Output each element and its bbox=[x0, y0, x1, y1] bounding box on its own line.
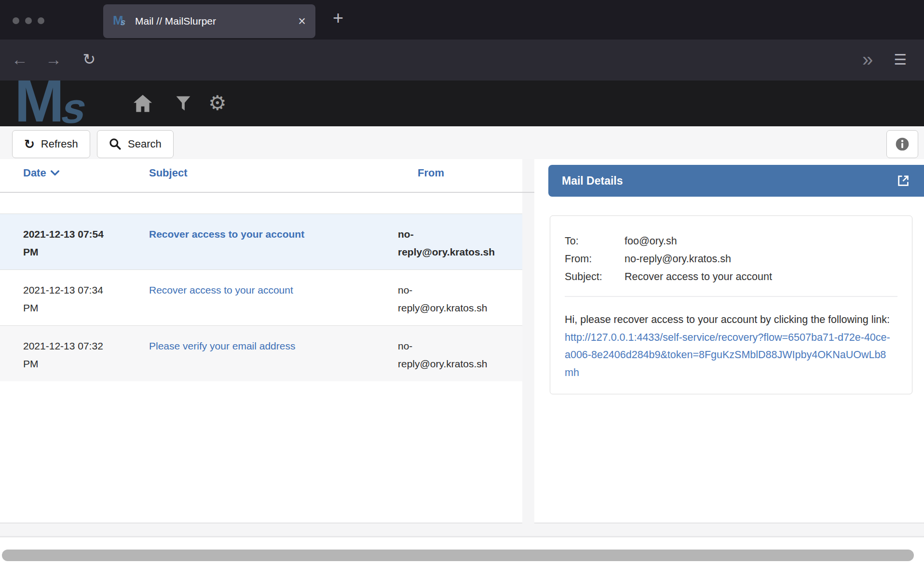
gear-icon[interactable]: ⚙ bbox=[208, 93, 227, 113]
info-icon bbox=[895, 136, 910, 152]
filter-icon[interactable] bbox=[176, 95, 191, 112]
horizontal-scrollbar-thumb[interactable] bbox=[2, 550, 914, 561]
search-icon bbox=[109, 138, 122, 150]
forward-icon[interactable]: → bbox=[42, 40, 65, 81]
from-value: no-reply@ory.kratos.sh bbox=[625, 250, 731, 268]
mail-subject-link[interactable]: Recover access to your account bbox=[149, 225, 380, 261]
mail-subject-link[interactable]: Recover access to your account bbox=[149, 281, 380, 317]
mail-date: 2021-12-13 07:34 PM bbox=[23, 281, 115, 317]
mail-to-row: To: foo@ory.sh bbox=[565, 232, 897, 250]
window-controls[interactable] bbox=[13, 17, 44, 24]
tab-title: Mail // MailSlurper bbox=[135, 15, 298, 27]
back-icon[interactable]: ← bbox=[9, 40, 31, 81]
mail-from: no-reply@ory.kratos.sh bbox=[398, 281, 502, 317]
mail-details-panel: Mail Details To: foo@ory.sh From: no-rep… bbox=[534, 159, 924, 524]
to-value: foo@ory.sh bbox=[625, 232, 677, 250]
refresh-label: Refresh bbox=[41, 138, 78, 150]
browser-toolbar: ← → ↻ 127.0.0.1:4436/# 90% ☆ » ☰ bbox=[0, 40, 924, 81]
tab-close-icon[interactable]: × bbox=[298, 15, 306, 28]
subject-value: Recover access to your account bbox=[625, 268, 772, 286]
table-row[interactable]: 2021-12-13 07:32 PM Please verify your e… bbox=[0, 325, 522, 381]
sort-chevron-down-icon bbox=[51, 170, 59, 176]
mailslurper-favicon-icon: M s bbox=[113, 14, 129, 28]
mail-detail-card: To: foo@ory.sh From: no-reply@ory.kratos… bbox=[550, 215, 912, 394]
mail-rows: 2021-12-13 07:54 PM Recover access to yo… bbox=[0, 214, 522, 381]
column-header-date[interactable]: Date bbox=[23, 167, 59, 179]
extensions-overflow-icon[interactable]: » bbox=[855, 40, 879, 81]
reload-icon[interactable]: ↻ bbox=[78, 40, 100, 81]
mail-from: no-reply@ory.kratos.sh bbox=[398, 225, 502, 261]
mail-details-header: Mail Details bbox=[548, 165, 924, 197]
new-tab-button[interactable]: + bbox=[333, 8, 343, 28]
window-minimize-dot[interactable] bbox=[25, 17, 32, 24]
mail-date: 2021-12-13 07:32 PM bbox=[23, 337, 115, 373]
mail-body-text: Hi, please recover access to your accoun… bbox=[565, 314, 890, 325]
mail-date: 2021-12-13 07:54 PM bbox=[23, 225, 115, 261]
search-label: Search bbox=[128, 138, 162, 150]
from-label: From: bbox=[565, 250, 625, 268]
browser-tab-strip: M s Mail // MailSlurper × + bbox=[0, 0, 924, 40]
mailslurper-navbar: M s ⚙ bbox=[0, 81, 924, 126]
home-icon[interactable] bbox=[132, 94, 153, 113]
open-external-icon[interactable] bbox=[896, 174, 910, 188]
search-button[interactable]: Search bbox=[97, 130, 174, 158]
refresh-button[interactable]: ↻ Refresh bbox=[12, 130, 90, 158]
window-zoom-dot[interactable] bbox=[38, 17, 44, 24]
to-label: To: bbox=[565, 232, 625, 250]
action-toolbar: ↻ Refresh Search bbox=[0, 126, 924, 159]
mail-from-row: From: no-reply@ory.kratos.sh bbox=[565, 250, 897, 268]
mail-details-title: Mail Details bbox=[562, 175, 623, 188]
browser-tab[interactable]: M s Mail // MailSlurper × bbox=[103, 4, 315, 38]
mail-subject-row: Subject: Recover access to your account bbox=[565, 268, 897, 286]
table-row[interactable]: 2021-12-13 07:54 PM Recover access to yo… bbox=[0, 214, 522, 269]
mailslurper-logo: M bbox=[14, 81, 64, 126]
hamburger-menu-icon[interactable]: ☰ bbox=[888, 40, 912, 81]
mail-subject-link[interactable]: Please verify your email address bbox=[149, 337, 380, 373]
column-header-subject[interactable]: Subject bbox=[149, 167, 187, 179]
mail-list-header: Date Subject From bbox=[0, 159, 534, 193]
info-button[interactable] bbox=[886, 130, 918, 158]
browser-window: M s Mail // MailSlurper × + ← → ↻ 127.0.… bbox=[0, 0, 924, 564]
mail-body: Hi, please recover access to your accoun… bbox=[565, 311, 891, 381]
recovery-link[interactable]: http://127.0.0.1:4433/self-service/recov… bbox=[565, 332, 890, 378]
card-divider bbox=[565, 296, 897, 297]
refresh-icon: ↻ bbox=[24, 138, 35, 150]
table-row[interactable]: 2021-12-13 07:34 PM Recover access to yo… bbox=[0, 269, 522, 325]
window-close-dot[interactable] bbox=[13, 17, 19, 24]
column-header-from[interactable]: From bbox=[418, 167, 444, 179]
mail-list-panel: Date Subject From 2021-12-13 07:54 PM Re… bbox=[0, 159, 522, 524]
mail-from: no-reply@ory.kratos.sh bbox=[398, 337, 502, 373]
subject-label: Subject: bbox=[565, 268, 625, 286]
